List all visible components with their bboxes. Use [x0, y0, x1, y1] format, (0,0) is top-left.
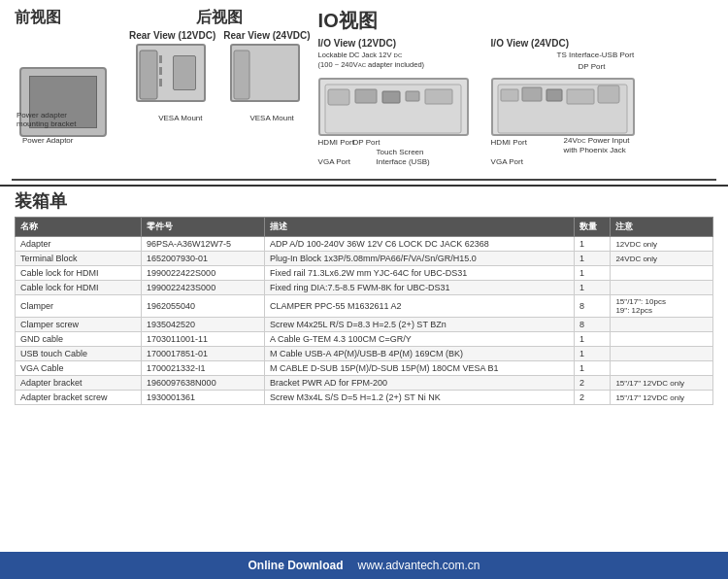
svg-rect-10	[425, 89, 452, 104]
table-cell: Adapter bracket	[16, 376, 142, 391]
table-cell: 15"/17": 10pcs 19": 12pcs	[611, 295, 713, 318]
table-cell: 1	[574, 347, 611, 361]
table-cell: 1990022423S000	[142, 281, 265, 295]
table-cell: 1	[574, 252, 611, 266]
vesa-mount-rear-24: VESA Mount	[249, 114, 293, 122]
table-cell: Fixed rail 71.3Lx6.2W mm YJC-64C for UBC…	[264, 266, 574, 281]
rear-view-title: 后视图	[196, 8, 243, 28]
dc-jack-label: Lockable DC Jack 12V DC(100 ~ 240VAC ada…	[318, 51, 424, 70]
table-cell: 2	[574, 391, 611, 405]
table-cell: Fixed ring DIA:7.5-8.5 FWM-8K for UBC-DS…	[264, 281, 574, 295]
table-cell: 1	[574, 361, 611, 376]
svg-rect-6	[328, 89, 349, 105]
table-row: Clamper screw1935042520Screw M4x25L R/S …	[16, 318, 713, 332]
rear-24-svg	[232, 46, 302, 104]
table-row: VGA Cable1700021332-I1M CABLE D-SUB 15P(…	[16, 361, 713, 376]
col-desc: 描述	[264, 218, 574, 237]
table-cell: 1703011001-11	[142, 332, 265, 347]
svg-rect-4	[234, 51, 249, 99]
table-row: Adapter96PSA-A36W12W7-5ADP A/D 100-240V …	[16, 237, 713, 252]
power-adapter-label: Power adaptermounting bracket	[17, 111, 76, 129]
svg-rect-13	[522, 87, 542, 101]
table-cell: 1700021332-I1	[142, 361, 265, 376]
col-name: 名称	[16, 218, 142, 237]
table-cell	[611, 332, 713, 347]
table-cell: 1960097638N000	[142, 376, 265, 391]
vesa-mount-rear-12: VESA Mount	[158, 114, 202, 122]
table-cell: 24VDC only	[611, 252, 713, 266]
io-12-svg	[320, 80, 471, 138]
table-row: USB touch Cable1700017851-01M Cable USB-…	[16, 347, 713, 361]
table-row: Cable lock for HDMI1990022423S000Fixed r…	[16, 281, 713, 295]
svg-rect-14	[546, 89, 562, 101]
table-cell: 8	[574, 295, 611, 318]
table-cell: 1	[574, 281, 611, 295]
table-row: Clamper1962055040CLAMPER PPC-55 M1632611…	[16, 295, 713, 318]
table-cell: Adapter bracket screw	[16, 391, 142, 405]
power-adaptor-label: Power Adaptor	[22, 136, 73, 145]
table-cell: Clamper screw	[16, 318, 142, 332]
table-cell: USB touch Cable	[16, 347, 142, 361]
vga-port-12-label: VGA Port	[318, 157, 350, 166]
table-cell: 15"/17" 12VDC only	[611, 391, 713, 405]
table-cell: 1990022422S000	[142, 266, 265, 281]
svg-rect-12	[501, 89, 518, 101]
rear-24-label: Rear View (24VDC)	[223, 30, 310, 41]
table-cell: 1700017851-01	[142, 347, 265, 361]
table-cell: Cable lock for HDMI	[16, 281, 142, 295]
table-cell	[611, 281, 713, 295]
hdmi-port-12-label: HDMI Port	[318, 138, 354, 147]
table-cell: VGA Cable	[16, 361, 142, 376]
vga-port-24-label: VGA Port	[491, 157, 523, 166]
svg-rect-2	[159, 67, 162, 75]
footer-url: www.advantech.com.cn	[357, 559, 480, 572]
table-cell: 1652007930-01	[142, 252, 265, 266]
table-row: Adapter bracket1960097638N000Bracket PWR…	[16, 376, 713, 391]
table-cell	[611, 266, 713, 281]
table-cell: Screw M4x25L R/S D=8.3 H=2.5 (2+) ST BZn	[264, 318, 574, 332]
table-cell	[611, 318, 713, 332]
svg-rect-15	[567, 89, 594, 104]
table-cell: Bracket PWR AD for FPM-200	[264, 376, 574, 391]
io-24-svg	[493, 80, 637, 138]
io-view-title: IO视图	[318, 8, 713, 34]
footer: Online Download www.advantech.com.cn	[0, 552, 728, 579]
col-note: 注意	[611, 218, 713, 237]
table-cell: A Cable G-TEM 4.3 100CM C=GR/Y	[264, 332, 574, 347]
svg-rect-1	[159, 55, 162, 63]
table-cell: CLAMPER PPC-55 M1632611 A2	[264, 295, 574, 318]
rear-12-label: Rear View (12VDC)	[129, 30, 215, 41]
svg-rect-7	[355, 89, 377, 103]
table-cell: 1935042520	[142, 318, 265, 332]
hdmi-port-24-label: HDMI Port	[491, 138, 527, 147]
table-cell: Clamper	[16, 295, 142, 318]
io-24-label: I/O View (24VDC)	[491, 38, 569, 49]
svg-rect-9	[406, 91, 419, 101]
svg-rect-16	[598, 85, 619, 103]
table-cell: GND cable	[16, 332, 142, 347]
table-cell: 96PSA-A36W12W7-5	[142, 237, 265, 252]
table-row: Adapter bracket screw1930001361Screw M3x…	[16, 391, 713, 405]
table-cell: 8	[574, 318, 611, 332]
rear-diagram-svg	[138, 46, 208, 104]
table-cell: Cable lock for HDMI	[16, 266, 142, 281]
dp-port-24-label: DP Port	[579, 62, 606, 71]
svg-rect-0	[140, 51, 157, 99]
packing-table: 名称 零件号 描述 数量 注意 Adapter96PSA-A36W12W7-5A…	[15, 217, 713, 405]
table-cell: 1930001361	[142, 391, 265, 405]
table-cell: 1	[574, 332, 611, 347]
table-cell: 1962055040	[142, 295, 265, 318]
power-input-label: 24VDC Power Inputwith Phoenix Jack	[564, 136, 630, 154]
dp-port-12-label: DP Port	[353, 138, 381, 147]
table-cell: Adapter	[16, 237, 142, 252]
col-qty: 数量	[574, 218, 611, 237]
table-cell: 2	[574, 376, 611, 391]
table-cell: M CABLE D-SUB 15P(M)/D-SUB 15P(M) 180CM …	[264, 361, 574, 376]
table-cell: M Cable USB-A 4P(M)/USB-B 4P(M) 169CM (B…	[264, 347, 574, 361]
table-cell: 15"/17" 12VDC only	[611, 376, 713, 391]
svg-rect-3	[159, 79, 162, 86]
packing-title: 装箱单	[15, 189, 713, 213]
touch-screen-label: Touch ScreenInterface (USB)	[377, 148, 430, 166]
table-row: Terminal Block1652007930-01Plug-In Block…	[16, 252, 713, 266]
io-12-label: I/O View (12VDC)	[318, 38, 396, 49]
